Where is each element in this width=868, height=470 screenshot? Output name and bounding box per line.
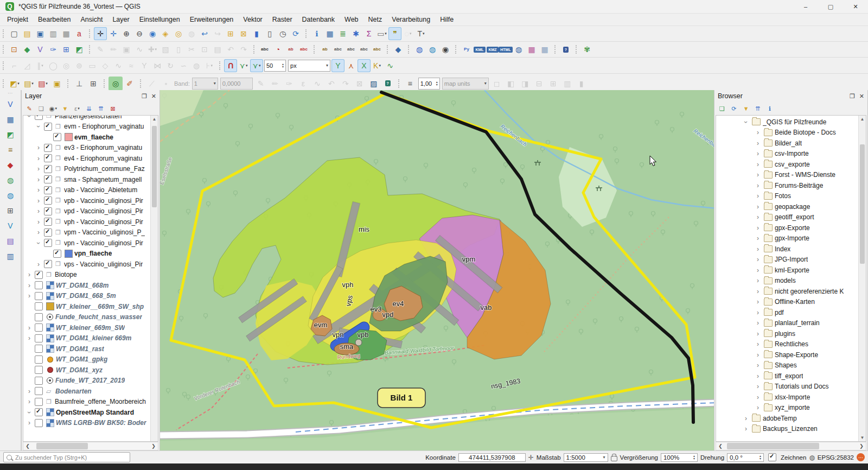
geocoding[interactable]: ◍: [426, 43, 439, 56]
raster-undo[interactable]: ↶: [324, 77, 339, 91]
refresh-map[interactable]: ⟳: [289, 27, 302, 40]
expander-icon[interactable]: ›: [25, 115, 33, 120]
show-statistics[interactable]: Σ: [362, 27, 375, 40]
menu-verarbeitung[interactable]: Verarbeitung: [387, 15, 435, 24]
layer-visibility-checkbox[interactable]: [35, 302, 43, 310]
annotations[interactable]: ◌▾: [401, 27, 414, 40]
move-label[interactable]: abc: [331, 43, 344, 56]
expander-icon[interactable]: ›: [25, 409, 33, 416]
scroll-left-icon[interactable]: ❮: [716, 443, 725, 449]
layer-visibility-checkbox[interactable]: [53, 133, 61, 141]
raster-color-swatch[interactable]: ▪: [159, 77, 173, 91]
expander-icon[interactable]: ›: [742, 118, 750, 126]
label-expression[interactable]: abc: [371, 43, 384, 56]
circle-by-center[interactable]: ⊚: [73, 59, 86, 72]
scroll-thumb[interactable]: [860, 144, 865, 264]
browser-item-backups-lizenzen[interactable]: ›Backups_Lizenzen: [716, 424, 866, 435]
scroll-left-icon[interactable]: ❮: [23, 443, 32, 449]
stroke-units[interactable]: map units▾: [442, 78, 489, 90]
add-wfs-layer[interactable]: V: [4, 219, 17, 232]
layer-item-funde-feucht-nass-wasser[interactable]: Funde_feucht_nass_wasser: [23, 312, 158, 323]
layer-item-evm-eriophorum-vaginatu[interactable]: ›❐evm - Eriophorum_vaginatu: [23, 122, 158, 132]
change-label-properties[interactable]: abc: [358, 43, 371, 56]
layer-visibility-checkbox[interactable]: [44, 175, 52, 183]
lock-scale-icon[interactable]: [611, 456, 617, 461]
layer-visibility-checkbox[interactable]: [44, 218, 52, 226]
layer-item-ev3-eriophorum-vaginatu[interactable]: ›❐ev3 - Eriophorum_vaginatu: [23, 143, 158, 154]
expander-icon[interactable]: ›: [25, 324, 33, 332]
expander-icon[interactable]: ›: [754, 139, 762, 147]
add-wms-layer[interactable]: ◍: [4, 189, 17, 202]
geometry-check-6[interactable]: ▥: [560, 77, 575, 91]
geometry-check-2[interactable]: ◧: [504, 77, 518, 91]
expander-icon[interactable]: ›: [25, 271, 33, 278]
expander-icon[interactable]: ›: [754, 361, 762, 369]
parallel-tool[interactable]: ∥▾: [34, 59, 47, 72]
layer-item-vpd-vaccinio-uliginosi-pir[interactable]: ›❐vpd - Vaccinio_uliginosi_Pir: [23, 206, 158, 217]
grid-tool[interactable]: ▦: [538, 43, 551, 56]
undo-edit[interactable]: ↶: [224, 43, 237, 56]
expander-icon[interactable]: ›: [754, 192, 762, 200]
menu-einstellungen[interactable]: Einstellungen: [135, 15, 185, 24]
new-3d-map-view[interactable]: ⊠: [237, 27, 250, 40]
maximize-button[interactable]: ▢: [818, 0, 843, 13]
expander-icon[interactable]: ›: [754, 171, 762, 179]
snapping-tolerance[interactable]: 50▴▾: [264, 60, 286, 72]
stroke-lines-icon[interactable]: ≡: [403, 77, 417, 91]
search-binoculars[interactable]: ◉: [439, 43, 452, 56]
raster-redo[interactable]: ↷: [339, 77, 353, 91]
layer-item-vpb-vaccinio-uliginosi-pir[interactable]: ›❐vpb - Vaccinio_uliginosi_Pir: [23, 195, 158, 206]
rotate-feature[interactable]: ↻: [164, 59, 177, 72]
filter-legend[interactable]: ▼: [60, 103, 71, 114]
layer-visibility-checkbox[interactable]: [35, 313, 43, 321]
add-virtual-layer[interactable]: ▤: [4, 234, 17, 247]
browser-item-xyz-importe[interactable]: ›xyz_importe: [716, 403, 866, 414]
remove-layer[interactable]: ⊠: [107, 103, 118, 114]
enable-snapping[interactable]: U: [224, 59, 237, 72]
zoom-to-layer[interactable]: ◍: [185, 27, 198, 40]
topological-editing[interactable]: Y: [331, 59, 344, 72]
toggle-editing[interactable]: ✏: [107, 43, 120, 56]
zoom-next[interactable]: ↪: [211, 27, 224, 40]
geometry-check-3[interactable]: ◨: [518, 77, 532, 91]
open-project[interactable]: ▤: [21, 27, 34, 40]
browser-item-csv-importe[interactable]: ›csv-Importe: [716, 149, 866, 160]
manage-map-themes[interactable]: ◉▾: [48, 103, 59, 114]
float-panel-icon[interactable]: ❐: [142, 93, 147, 100]
browser-item-xlsx-importe[interactable]: ›xlsx-Importe: [716, 392, 866, 403]
layer-item-funde-wt-2017-2019[interactable]: Funde_WT_2017_2019: [23, 376, 158, 386]
trace-digitize[interactable]: ∿: [384, 59, 397, 72]
mosaic-tool[interactable]: ▦: [525, 43, 538, 56]
scroll-right-icon[interactable]: ❯: [857, 443, 866, 449]
add-selected-layers[interactable]: ❏: [717, 103, 727, 114]
collapse-all[interactable]: ⇈: [95, 103, 106, 114]
new-temporary-scratch-layer[interactable]: ✑: [47, 43, 60, 56]
expander-icon[interactable]: ›: [754, 277, 762, 284]
select-all-features[interactable]: ▣: [50, 77, 64, 91]
add-ring[interactable]: ◍: [190, 59, 203, 72]
scroll-up-icon[interactable]: ▲: [860, 116, 865, 123]
browser-item-models[interactable]: ›models: [716, 276, 866, 287]
expander-icon[interactable]: ›: [754, 224, 762, 232]
metasearch[interactable]: ◍: [413, 43, 426, 56]
expander-icon[interactable]: ›: [742, 415, 750, 422]
float-panel-icon[interactable]: ❐: [850, 93, 855, 100]
layer-visibility-checkbox[interactable]: [44, 260, 52, 268]
layer-panel-header[interactable]: Layer ❐ ✕: [22, 90, 159, 102]
browser-item-pdf[interactable]: ›pdf: [716, 307, 866, 318]
redo-edit[interactable]: ↷: [237, 43, 250, 56]
digitize-with-segment[interactable]: ∿: [133, 43, 146, 56]
style-manager[interactable]: a: [73, 27, 86, 40]
expander-icon[interactable]: ›: [754, 256, 762, 263]
collapse-all-browser[interactable]: ⇈: [752, 103, 763, 114]
band-select[interactable]: 1▾: [192, 78, 218, 90]
expander-icon[interactable]: ›: [35, 144, 42, 151]
layer-item-wt-dgm1-668-5m[interactable]: ›WT_DGM1_668_5m: [23, 291, 158, 302]
select-features-by-value[interactable]: ▤▾: [22, 77, 36, 91]
browser-item-nicht-georeferenzierte-k[interactable]: ›nicht georeferenzierte K: [716, 286, 866, 297]
menu-web[interactable]: Web: [340, 15, 363, 24]
layer-item-wt-dgm1-kleiner-669m[interactable]: ›WT_DGM1_kleiner 669m: [23, 333, 158, 344]
browser-item-kml-exporte[interactable]: ›kml-Exporte: [716, 265, 866, 276]
pan-map[interactable]: ✛: [94, 27, 107, 40]
layer-tree-horizontal-scrollbar[interactable]: ❮ ❯: [23, 442, 158, 450]
